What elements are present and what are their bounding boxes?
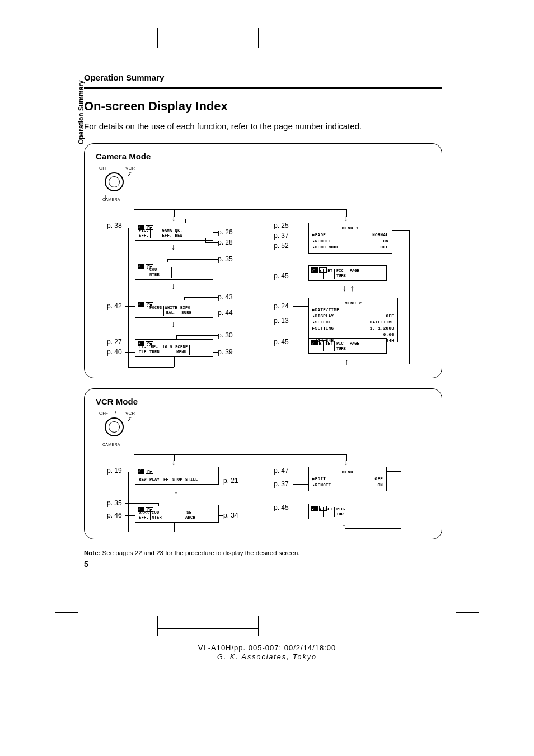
page-ref: p. 45 [274,272,289,280]
page-ref: p. 30 [218,331,233,339]
crop-mark [157,28,158,48]
osd-nav1: SET PIC-TURE PAGE [308,265,387,281]
osd-menu1: MENU 1 ▶FADENORMAL •REMOTEON •DEMO MODEO… [308,223,392,254]
page-ref: p. 44 [218,309,233,317]
connector [174,523,175,532]
connector [409,230,410,364]
connector [213,313,218,313]
camera-title: Camera Mode [96,152,430,161]
page-ref: p. 45 [274,504,289,511]
note-text: See pages 22 and 23 for the procedure to… [100,550,299,556]
bidirectional-arrow-icon: ↓↑ [342,283,358,293]
connector [167,259,168,262]
connector [128,472,129,532]
menu1-title: MENU 1 [312,226,388,231]
vcr-title: VCR Mode [96,397,430,406]
connector [125,306,135,307]
page-ref: p. 39 [218,348,233,356]
arrow-down-icon: ↓ [104,192,107,201]
triangle-up-icon [319,269,321,273]
triangle-down-icon [313,269,315,273]
mode-dial-camera: OFF VCR CAMERA ↓ [99,166,133,200]
camera-panel: Camera Mode OFF VCR CAMERA ↓ ↓ ↓ [84,143,442,378]
connector [401,471,401,528]
crop-mark [157,628,258,629]
connector [293,306,308,307]
connector [125,503,158,504]
page-ref: p. 47 [274,467,289,475]
page-ref: p. 37 [274,232,289,240]
seg: TI-TLE [138,345,148,355]
footer: VL-A10H/pp. 005-007; 00/2/14/18:00 G. K.… [0,644,534,661]
dial-vcr-label: VCR [125,411,135,416]
osd-play: REW PLAY FF STOP STILL [135,467,219,485]
page-ref: p. 35 [107,499,122,507]
page-number: 5 [84,560,88,569]
osd-pic-eff: PIC.EFF. GAMAEFF. QK.REW [135,223,213,241]
connector [128,367,174,368]
page-ref: p. 52 [274,242,289,250]
dial-off-label: OFF [99,166,108,171]
crop-mark [456,28,479,51]
connector [293,236,308,236]
page-ref: p. 38 [107,222,122,229]
connector [293,226,308,226]
dial-vcr-label: VCR [125,166,135,171]
connector [125,342,135,342]
vcr-menu-title: MENU [312,469,383,475]
connector [293,342,308,342]
seg: 16:9 [161,345,174,355]
triangle-down-icon [313,341,315,346]
page-ref: p. 21 [223,477,238,485]
page-ref: p. 28 [218,238,233,246]
crop-mark [456,612,479,636]
connector [184,297,185,300]
page-ref: p. 19 [107,467,122,475]
connector [293,484,308,485]
page-ref: p. 26 [218,228,233,236]
connector [293,276,308,276]
crop-mark [157,35,258,35]
arrow-down-icon: ↓ [171,214,176,223]
connector [219,515,223,516]
vcr-diagram: OFF VCR CAMERA → ↓ ↓ REW [96,411,430,445]
arrow-down-icon: ↓ [174,487,178,495]
connector [205,219,205,223]
connector [205,238,206,243]
page-ref: p. 43 [218,293,233,301]
crop-mark [456,213,479,213]
connector [125,471,135,471]
seg: COU-NTER [148,267,161,278]
seg: RE-TURN [148,345,161,355]
connector [348,364,409,364]
seg: WHITEBAL. [163,306,179,316]
connector [213,352,218,353]
menu2-title: MENU 2 [312,300,394,306]
page-ref: p. 27 [107,338,122,346]
page-ref: p. 35 [218,255,233,263]
page-ref: p. 37 [274,480,289,488]
arrow-down-icon: ↓ [171,320,175,328]
connector [213,232,218,233]
connector [134,454,346,455]
connector [387,471,401,472]
page-ref: p. 40 [107,348,122,356]
connector [293,471,308,471]
page-ref: p. 25 [274,222,289,229]
arrow-down-icon: ↓ [171,458,176,467]
connector [125,226,135,226]
content-area: Operation Summary On-screen Display Inde… [84,73,442,556]
seg: PIC.EFF. [138,228,150,238]
osd-counter: COU-NTER [135,262,213,280]
rule [84,87,442,89]
connector [345,528,401,529]
arrow-down-icon: ↓ [344,458,348,467]
osd-title: TI-TLE RE-TURN 16:9 SCENEMENU [135,339,213,357]
seg: QK.REW [174,228,184,238]
osd-menu2: MENU 2 ▶DATE/TIME •DISPLAYOFF •SELECTDAT… [308,298,398,342]
running-head: Operation Summary [84,73,442,82]
crop-mark [55,28,78,51]
osd-vcr-nav: SET PIC-TURE [308,504,381,519]
page-ref: p. 24 [274,302,289,310]
connector [167,259,218,260]
